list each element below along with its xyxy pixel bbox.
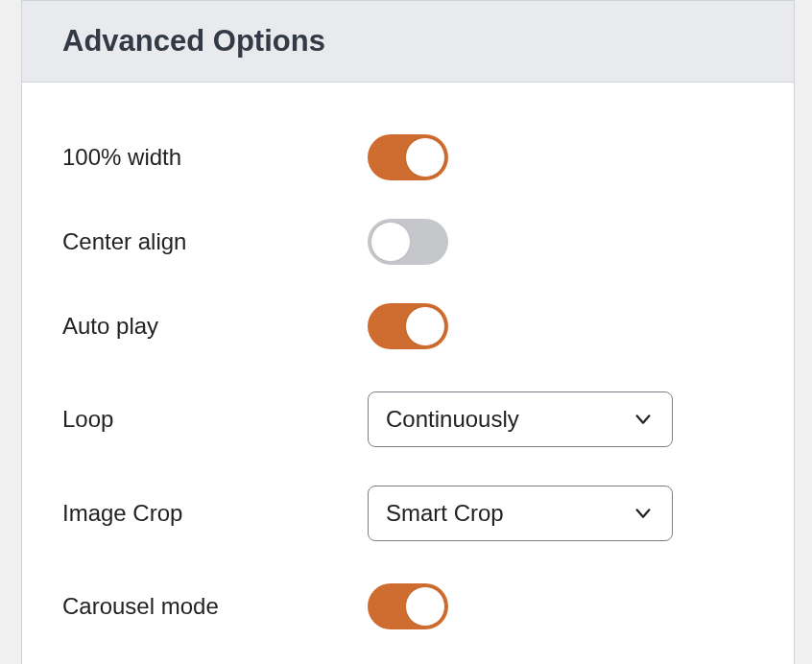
section-body: 100% width Center align Auto play xyxy=(22,83,794,664)
loop-select[interactable]: Continuously xyxy=(368,391,673,447)
option-row-auto-play: Auto play xyxy=(62,303,753,349)
section-header: Advanced Options xyxy=(22,1,794,83)
select-value: Smart Crop xyxy=(386,500,504,527)
image-crop-select[interactable]: Smart Crop xyxy=(368,486,673,541)
chevron-down-icon xyxy=(632,502,655,525)
chevron-down-icon xyxy=(632,408,655,431)
option-label: 100% width xyxy=(62,144,368,171)
settings-panel: Advanced Options 100% width Center align… xyxy=(21,0,795,664)
option-label: Loop xyxy=(62,406,368,433)
option-row-carousel-mode: Carousel mode xyxy=(62,583,753,629)
toggle-knob xyxy=(405,586,445,627)
option-row-center-align: Center align xyxy=(62,219,753,265)
option-row-full-width: 100% width xyxy=(62,134,753,180)
center-align-toggle[interactable] xyxy=(368,219,448,265)
full-width-toggle[interactable] xyxy=(368,134,448,180)
option-label: Auto play xyxy=(62,313,368,340)
option-label: Center align xyxy=(62,228,368,255)
auto-play-toggle[interactable] xyxy=(368,303,448,349)
option-label: Carousel mode xyxy=(62,593,368,620)
carousel-mode-toggle[interactable] xyxy=(368,583,448,629)
option-row-image-crop: Image Crop Smart Crop xyxy=(62,486,753,541)
option-label: Image Crop xyxy=(62,500,368,527)
toggle-knob xyxy=(405,306,445,346)
select-value: Continuously xyxy=(386,406,519,433)
section-title: Advanced Options xyxy=(62,24,753,59)
toggle-knob xyxy=(370,222,411,262)
option-row-loop: Loop Continuously xyxy=(62,391,753,447)
toggle-knob xyxy=(405,137,445,178)
